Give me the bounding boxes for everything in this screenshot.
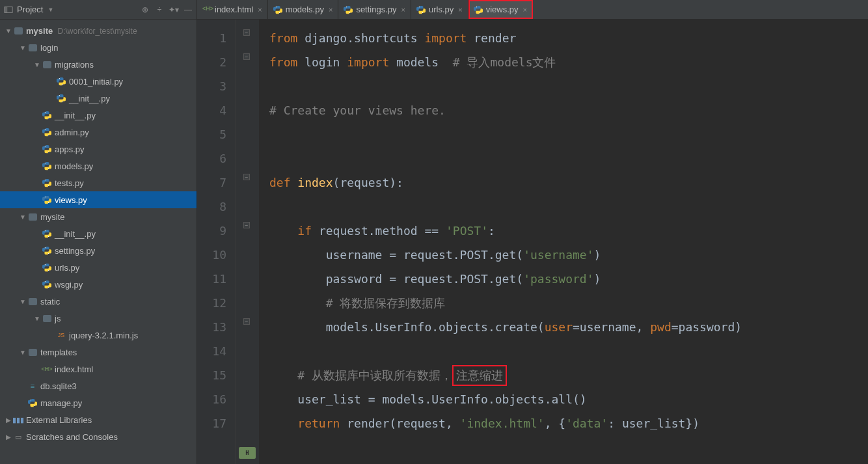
project-tree[interactable]: ▼mysite D:\work\for_test\mysite▼login▼mi… — [0, 20, 197, 464]
svg-point-24 — [45, 281, 46, 282]
folder-icon — [27, 212, 38, 222]
expand-arrow-icon[interactable]: ▼ — [18, 213, 27, 221]
tree-item-apps-py[interactable]: ▶apps.py — [0, 141, 197, 157]
tree-item-label: static — [40, 297, 60, 307]
svg-point-6 — [45, 112, 46, 113]
close-icon[interactable]: × — [329, 6, 332, 14]
line-number: 7 — [197, 171, 226, 195]
fold-icon[interactable]: − — [243, 174, 250, 180]
hide-icon[interactable]: — — [183, 5, 193, 14]
tree-item-tests-py[interactable]: ▶tests.py — [0, 174, 197, 191]
tab-urls-py[interactable]: urls.py× — [411, 0, 468, 19]
code-line[interactable]: from django.shortcuts import render — [269, 26, 868, 50]
line-number: 5 — [197, 122, 226, 146]
expand-arrow-icon[interactable]: ▶ — [4, 433, 13, 441]
tree-item---init---py[interactable]: ▶__init__.py — [0, 225, 197, 242]
code-line[interactable] — [269, 122, 868, 146]
line-number: 8 — [197, 195, 226, 219]
tree-item-mysite[interactable]: ▼mysite — [0, 208, 197, 225]
project-tool-icon[interactable] — [4, 5, 13, 14]
fold-icon[interactable]: − — [243, 29, 250, 36]
code-line[interactable]: if request.method == 'POST': — [269, 219, 868, 243]
line-number: 10 — [197, 243, 226, 267]
folder-icon — [27, 42, 38, 53]
tree-item-urls-py[interactable]: ▶urls.py — [0, 259, 197, 276]
tree-item-js[interactable]: ▼js — [0, 310, 197, 327]
folder-icon — [42, 313, 52, 323]
code-line[interactable]: return render(request, 'index.html', {'d… — [269, 411, 868, 435]
code-line[interactable]: password = request.POST.get('password') — [269, 267, 868, 291]
tab-models-py[interactable]: models.py× — [268, 0, 339, 19]
code-line[interactable]: user_list = models.UserInfo.objects.all(… — [269, 387, 868, 411]
code-line[interactable] — [269, 195, 868, 219]
svg-point-4 — [59, 95, 60, 96]
tree-item-jquery-3-2-1-min-js[interactable]: ▶JSjquery-3.2.1.min.js — [0, 327, 197, 344]
tree-item-wsgi-py[interactable]: ▶wsgi.py — [0, 276, 197, 293]
code-line[interactable]: from login import models # 导入models文件 — [269, 50, 868, 74]
js-file-icon: JS — [56, 330, 66, 340]
close-icon[interactable]: × — [458, 6, 462, 14]
close-icon[interactable]: × — [401, 6, 405, 14]
tree-item---init---py[interactable]: ▶__init__.py — [0, 107, 197, 124]
code-line[interactable] — [269, 146, 868, 171]
tab-settings-py[interactable]: settings.py× — [338, 0, 411, 19]
tree-item-settings-py[interactable]: ▶settings.py — [0, 242, 197, 259]
python-file-icon — [56, 76, 66, 87]
svg-point-23 — [48, 270, 49, 271]
expand-arrow-icon[interactable]: ▼ — [18, 44, 27, 51]
tab-index-html[interactable]: <H>index.html× — [197, 0, 268, 19]
expand-arrow-icon[interactable]: ▼ — [4, 27, 13, 34]
tree-item-admin-py[interactable]: ▶admin.py — [0, 124, 197, 141]
fold-icon[interactable]: − — [243, 222, 250, 228]
tree-item-mysite[interactable]: ▼mysite D:\work\for_test\mysite — [0, 22, 197, 39]
tree-item-label: index.html — [55, 364, 93, 374]
tab-views-py[interactable]: views.py× — [468, 0, 533, 19]
html-indicator-icon[interactable]: H — [239, 447, 256, 459]
code-line[interactable] — [269, 74, 868, 98]
tree-item-migrations[interactable]: ▼migrations — [0, 56, 197, 73]
code-line[interactable] — [269, 339, 868, 363]
svg-point-28 — [275, 6, 276, 7]
tree-item-index-html[interactable]: ▶<H>index.html — [0, 361, 197, 377]
tree-item-manage-py[interactable]: ▶manage.py — [0, 394, 197, 411]
tree-item-external-libraries[interactable]: ▶▮▮▮External Libraries — [0, 411, 197, 428]
tree-item-scratches-and-consoles[interactable]: ▶▭Scratches and Consoles — [0, 428, 197, 445]
divide-icon[interactable]: ÷ — [155, 5, 164, 14]
fold-icon[interactable]: − — [243, 53, 250, 60]
tree-item-label: templates — [40, 348, 77, 357]
tree-item-login[interactable]: ▼login — [0, 39, 197, 56]
expand-arrow-icon[interactable]: ▶ — [4, 416, 13, 424]
svg-point-31 — [349, 12, 350, 12]
code-line[interactable]: username = request.POST.get('username') — [269, 243, 868, 267]
tree-item-static[interactable]: ▼static — [0, 293, 197, 310]
tree-item-models-py[interactable]: ▶models.py — [0, 157, 197, 174]
code-line[interactable]: # Create your views here. — [269, 98, 868, 122]
tree-item-label: login — [40, 43, 58, 53]
svg-point-27 — [34, 405, 34, 406]
tree-item---init---py[interactable]: ▶__init__.py — [0, 90, 197, 107]
close-icon[interactable]: × — [523, 6, 527, 14]
collapse-icon[interactable]: ⊕ — [141, 5, 150, 14]
svg-point-18 — [45, 230, 46, 231]
line-number: 1 — [197, 26, 226, 50]
tree-item-0001-initial-py[interactable]: ▶0001_initial.py — [0, 73, 197, 90]
tree-item-templates[interactable]: ▼templates — [0, 344, 197, 361]
code-content[interactable]: from django.shortcuts import renderfrom … — [259, 20, 868, 464]
editor-tabs: <H>index.html×models.py×settings.py×urls… — [197, 0, 868, 20]
show-options-icon[interactable]: ✦▾ — [169, 5, 178, 14]
svg-point-7 — [48, 118, 49, 118]
expand-arrow-icon[interactable]: ▼ — [33, 315, 42, 322]
code-line[interactable]: def index(request): — [269, 171, 868, 195]
tree-item-views-py[interactable]: ▶views.py — [0, 191, 197, 208]
code-line[interactable]: # 将数据保存到数据库 — [269, 291, 868, 315]
expand-arrow-icon[interactable]: ▼ — [18, 298, 27, 305]
code-line[interactable]: models.UserInfo.objects.create(user=user… — [269, 315, 868, 339]
sidebar-title[interactable]: Project▼ — [17, 5, 137, 14]
code-line[interactable]: # 从数据库中读取所有数据，注意缩进 — [269, 363, 868, 387]
tree-item-db-sqlite3[interactable]: ▶≡db.sqlite3 — [0, 377, 197, 394]
fold-icon[interactable]: − — [243, 318, 250, 325]
expand-arrow-icon[interactable]: ▼ — [18, 349, 27, 356]
expand-arrow-icon[interactable]: ▼ — [33, 61, 42, 68]
python-file-icon — [42, 245, 52, 256]
close-icon[interactable]: × — [258, 6, 262, 14]
